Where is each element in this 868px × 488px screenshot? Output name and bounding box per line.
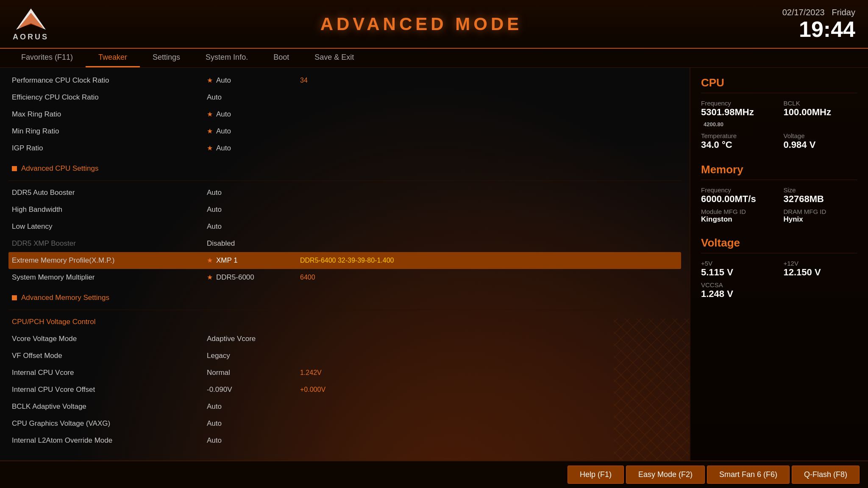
setting-row-0: Performance CPU Clock Ratio★Auto34	[8, 72, 681, 89]
setting-value: Auto	[207, 205, 292, 214]
section-title: Advanced Memory Settings	[21, 294, 109, 302]
setting-value: Auto	[207, 222, 292, 231]
setting-value-text: Auto	[207, 222, 222, 231]
setting-row-4: IGP Ratio★Auto	[8, 140, 681, 157]
setting-value-text: Auto	[216, 110, 231, 119]
setting-row-11[interactable]: Extreme Memory Profile(X.M.P.)★XMP 1DDR5…	[8, 252, 681, 269]
volt-vccsa: VCCSA 1.248 V	[701, 281, 775, 299]
section-bullet-icon	[12, 166, 17, 171]
cpu-temp: Temperature 34.0 °C	[701, 132, 775, 150]
setting-row-21: CPU Graphics Voltage (VAXG)Auto	[8, 415, 681, 432]
voltage-section-title: Voltage	[701, 236, 857, 253]
nav-item-system-info-[interactable]: System Info.	[193, 49, 261, 67]
setting-value: Auto	[207, 436, 292, 445]
nav-item-save---exit[interactable]: Save & Exit	[302, 49, 367, 67]
main-container: AORUS ADVANCED MODE 02/17/2023 Friday 19…	[0, 0, 868, 488]
header: AORUS ADVANCED MODE 02/17/2023 Friday 19…	[0, 0, 868, 49]
volt-5v: +5V 5.115 V	[701, 260, 775, 278]
settings-panel: Performance CPU Clock Ratio★Auto34Effici…	[0, 68, 690, 460]
setting-row-16: Vcore Voltage ModeAdaptive Vcore	[8, 330, 681, 347]
setting-value: Legacy	[207, 352, 292, 360]
setting-row-5: Advanced CPU Settings	[8, 160, 681, 177]
star-icon: ★	[207, 127, 213, 135]
footer-btn-2[interactable]: Smart Fan 6 (F6)	[707, 466, 790, 484]
mem-dram: DRAM MFG ID Hynix	[784, 208, 858, 224]
divider-6	[8, 180, 681, 181]
nav-item-boot[interactable]: Boot	[261, 49, 302, 67]
setting-value-text: -0.090V	[207, 385, 232, 394]
setting-row-3: Min Ring Ratio★Auto	[8, 123, 681, 140]
aorus-brand-text: AORUS	[13, 33, 49, 42]
memory-info-section: Memory Frequency 6000.00MT/s Size 32768M…	[701, 163, 857, 224]
setting-name: CPU Graphics Voltage (VAXG)	[12, 419, 207, 428]
star-icon: ★	[207, 144, 213, 152]
content-area: Performance CPU Clock Ratio★Auto34Effici…	[0, 68, 868, 460]
mem-freq: Frequency 6000.00MT/s	[701, 186, 775, 205]
setting-name: DDR5 XMP Booster	[12, 239, 207, 248]
setting-name: Low Latency	[12, 222, 207, 231]
setting-name: IGP Ratio	[12, 144, 207, 152]
setting-name: BCLK Adaptive Voltage	[12, 402, 207, 411]
voltage-info-grid: +5V 5.115 V +12V 12.150 V VCCSA 1.248 V	[701, 260, 857, 299]
setting-name: Max Ring Ratio	[12, 110, 207, 119]
setting-extra-value: 34	[300, 77, 308, 84]
star-icon: ★	[207, 110, 213, 118]
voltage-section-label: CPU/PCH Voltage Control	[12, 318, 95, 326]
setting-value-text: Auto	[207, 205, 222, 214]
aorus-logo: AORUS	[13, 6, 49, 42]
section-title: Advanced CPU Settings	[21, 164, 98, 173]
setting-value-text: Auto	[216, 144, 231, 152]
setting-name: Vcore Voltage Mode	[12, 335, 207, 343]
setting-row-1: Efficiency CPU Clock RatioAuto	[8, 89, 681, 106]
footer-btn-1[interactable]: Easy Mode (F2)	[626, 466, 705, 484]
setting-value: ★Auto	[207, 110, 292, 119]
setting-value-text: Auto	[216, 127, 231, 136]
setting-value: Disabled	[207, 239, 292, 248]
title-area: ADVANCED MODE	[81, 14, 762, 34]
nav-item-settings[interactable]: Settings	[140, 49, 193, 67]
setting-row-15: CPU/PCH Voltage Control	[8, 313, 681, 330]
setting-name: System Memory Multiplier	[12, 273, 207, 282]
footer-btn-3[interactable]: Q-Flash (F8)	[792, 466, 860, 484]
setting-value: ★Auto	[207, 144, 292, 152]
footer-btn-0[interactable]: Help (F1)	[568, 466, 624, 484]
setting-row-9: Low LatencyAuto	[8, 218, 681, 235]
logo-area: AORUS	[13, 6, 81, 42]
setting-value-text: DDR5-6000	[216, 273, 254, 282]
section-bullet-icon	[12, 295, 17, 300]
memory-section-title: Memory	[701, 163, 857, 180]
setting-value-text: Auto	[207, 402, 222, 411]
setting-value-text: Legacy	[207, 352, 230, 360]
nav-item-tweaker[interactable]: Tweaker	[86, 49, 140, 67]
star-icon: ★	[207, 76, 213, 84]
setting-name: Min Ring Ratio	[12, 127, 207, 136]
setting-row-7: DDR5 Auto BoosterAuto	[8, 184, 681, 201]
star-icon: ★	[207, 256, 213, 264]
setting-name: High Bandwidth	[12, 205, 207, 214]
setting-name: Internal L2Atom Override Mode	[12, 436, 207, 445]
setting-row-20: BCLK Adaptive VoltageAuto	[8, 398, 681, 415]
nav-bar: Favorites (F11)TweakerSettingsSystem Inf…	[0, 49, 868, 68]
mem-size: Size 32768MB	[784, 186, 858, 205]
setting-value-text: Auto	[207, 93, 222, 102]
setting-value: -0.090V	[207, 385, 292, 394]
mem-module: Module MFG ID Kingston	[701, 208, 775, 224]
date-value: 02/17/2023	[782, 8, 825, 17]
setting-value: Auto	[207, 93, 292, 102]
setting-value-text: Disabled	[207, 239, 235, 248]
setting-name: Internal CPU Vcore Offset	[12, 385, 207, 394]
setting-name: DDR5 Auto Booster	[12, 189, 207, 197]
setting-value: Auto	[207, 402, 292, 411]
nav-item-favorites--f11-[interactable]: Favorites (F11)	[8, 49, 86, 67]
setting-extra-value: 6400	[300, 274, 315, 281]
setting-row-19: Internal CPU Vcore Offset-0.090V+0.000V	[8, 381, 681, 398]
cpu-section-title: CPU	[701, 76, 857, 93]
setting-value: Auto	[207, 419, 292, 428]
cpu-voltage: Voltage 0.984 V	[784, 132, 858, 150]
cpu-freq-label: Frequency 5301.98MHz 4200.80	[701, 100, 775, 129]
setting-value: ★Auto	[207, 76, 292, 85]
aorus-wing-icon	[14, 6, 48, 32]
star-icon: ★	[207, 273, 213, 281]
voltage-info-section: Voltage +5V 5.115 V +12V 12.150 V VCCSA …	[701, 236, 857, 299]
time-display: 19:44	[762, 18, 855, 40]
